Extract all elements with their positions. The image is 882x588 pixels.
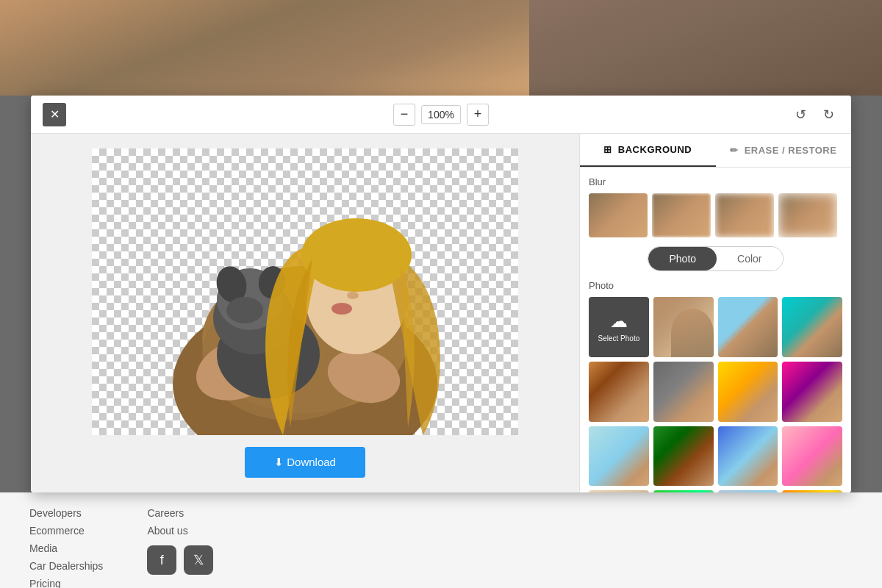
photo-thumb-2[interactable]: [718, 297, 778, 357]
facebook-button[interactable]: f: [147, 545, 176, 575]
modal-body: ⬇ Download ⊞ BACKGROUND ✏ ERASE / RESTOR…: [31, 134, 851, 492]
svg-point-10: [226, 297, 263, 323]
svg-point-13: [331, 303, 352, 315]
photo-thumb-8[interactable]: [589, 426, 649, 487]
tab-background[interactable]: ⊞ BACKGROUND: [580, 134, 716, 167]
pencil-icon: ✏: [730, 145, 739, 156]
subject-svg: [92, 148, 518, 435]
canvas-wrapper: [43, 146, 567, 438]
bg-left: [0, 0, 529, 96]
zoom-in-button[interactable]: +: [467, 104, 489, 126]
blur-thumb-1[interactable]: [652, 193, 711, 237]
footer-link-car-dealerships[interactable]: Car Dealerships: [29, 560, 103, 572]
toggle-group: Photo Color: [648, 246, 783, 271]
photo-thumb-11[interactable]: [782, 426, 842, 487]
blur-label: Blur: [589, 176, 842, 187]
upload-icon: ☁: [610, 311, 628, 331]
photo-thumb-14[interactable]: [718, 490, 778, 492]
photo-grid: ☁ Select Photo: [589, 297, 842, 492]
tab-erase-label: ERASE / RESTORE: [745, 145, 837, 156]
download-button[interactable]: ⬇ Download: [245, 447, 365, 478]
photo-thumb-1[interactable]: [653, 297, 714, 357]
panel-content: Blur: [580, 168, 851, 492]
blur-thumb-2[interactable]: [715, 193, 774, 237]
select-photo-tile[interactable]: ☁ Select Photo: [589, 297, 649, 357]
toggle-row: Photo Color: [589, 246, 842, 271]
photo-thumb-12[interactable]: [589, 490, 649, 492]
footer: Developers Ecommerce Media Car Dealershi…: [0, 492, 882, 588]
download-area: ⬇ Download: [245, 438, 365, 481]
panel-tabs: ⊞ BACKGROUND ✏ ERASE / RESTORE: [580, 134, 851, 168]
toolbar: ✕ − 100% + ↺ ↻: [31, 96, 851, 134]
main-modal: ✕ − 100% + ↺ ↻: [31, 96, 851, 492]
svg-point-14: [301, 218, 412, 292]
photo-thumb-4[interactable]: [589, 362, 649, 422]
footer-link-careers[interactable]: Careers: [147, 507, 213, 519]
zoom-value: 100%: [421, 105, 461, 124]
footer-col-1: Developers Ecommerce Media Car Dealershi…: [29, 507, 103, 573]
photo-thumb-3[interactable]: [782, 297, 842, 357]
select-photo-label: Select Photo: [598, 334, 640, 343]
footer-link-media[interactable]: Media: [29, 542, 103, 554]
social-links: f 𝕏: [147, 545, 213, 575]
subject-image: [92, 148, 518, 435]
layers-icon: ⊞: [603, 144, 612, 155]
canvas-area: ⬇ Download: [31, 134, 579, 492]
footer-link-about[interactable]: About us: [147, 525, 213, 537]
zoom-controls: − 100% +: [393, 104, 489, 126]
photo-thumb-15[interactable]: [782, 490, 842, 492]
footer-link-pricing[interactable]: Pricing: [29, 578, 103, 588]
photo-thumb-5[interactable]: [653, 362, 714, 422]
blur-row: [589, 193, 842, 237]
footer-link-developers[interactable]: Developers: [29, 507, 103, 519]
blur-thumb-0[interactable]: [589, 193, 648, 237]
blur-thumb-3[interactable]: [778, 193, 837, 237]
toggle-photo-button[interactable]: Photo: [648, 247, 717, 270]
right-panel: ⊞ BACKGROUND ✏ ERASE / RESTORE Blur: [579, 134, 851, 492]
photo-thumb-7[interactable]: [782, 362, 842, 422]
tab-erase-restore[interactable]: ✏ ERASE / RESTORE: [716, 134, 852, 167]
zoom-out-button[interactable]: −: [393, 104, 415, 126]
history-controls: ↺ ↻: [789, 104, 839, 126]
bg-right: [529, 0, 882, 96]
photo-section-label: Photo: [589, 280, 842, 291]
photo-thumb-10[interactable]: [718, 426, 778, 487]
twitter-button[interactable]: 𝕏: [184, 545, 213, 575]
tab-background-label: BACKGROUND: [618, 144, 692, 155]
photo-thumb-9[interactable]: [653, 426, 714, 487]
redo-button[interactable]: ↻: [817, 104, 839, 126]
footer-col-2: Careers About us f 𝕏: [147, 507, 213, 573]
toggle-color-button[interactable]: Color: [717, 247, 782, 270]
canvas-image: [92, 148, 518, 435]
footer-link-ecommerce[interactable]: Ecommerce: [29, 525, 103, 537]
undo-button[interactable]: ↺: [789, 104, 811, 126]
close-button[interactable]: ✕: [43, 103, 66, 126]
photo-thumb-6[interactable]: [718, 362, 778, 422]
svg-point-12: [347, 292, 359, 299]
photo-thumb-13[interactable]: [653, 490, 714, 492]
